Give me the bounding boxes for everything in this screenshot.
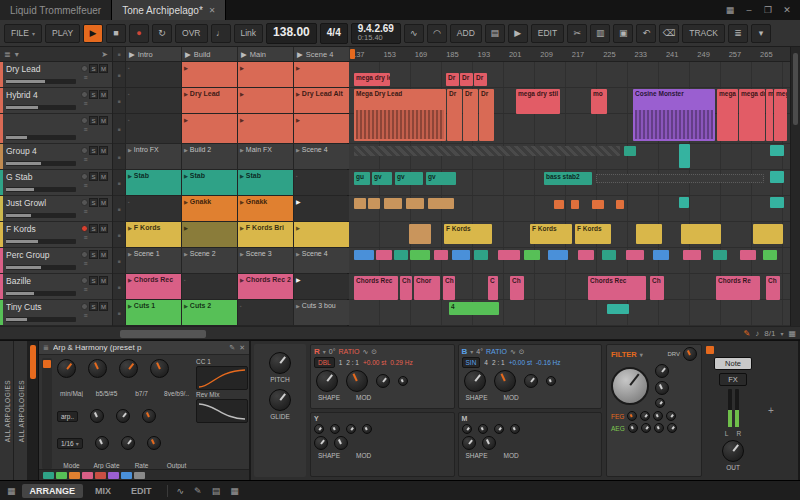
y-knob[interactable] [346,424,356,434]
record-button[interactable]: ● [129,24,149,43]
mute-button[interactable]: M [99,146,108,155]
arranger-clip[interactable]: Dr [474,73,487,86]
scene-button[interactable]: ▶Main [238,47,294,61]
track-menu-icon[interactable]: ≡ [81,312,90,319]
arranger-clip[interactable]: Cosine Monster [633,89,715,141]
solo-button[interactable]: S [89,64,98,73]
mute-button[interactable]: M [99,116,108,125]
solo-button[interactable]: S [89,116,98,125]
track-menu-icon[interactable]: ≡ [81,208,90,215]
clip-stop-button[interactable]: ■ [113,114,126,143]
arranger-clip[interactable] [410,250,430,260]
modulator-slot[interactable] [43,472,54,479]
arranger-clip[interactable]: mo [591,89,607,114]
clip-stop-button[interactable]: ■ [113,62,126,87]
osc-ratio-value[interactable]: 2 : 1 [492,359,505,366]
y-knob[interactable] [314,424,324,434]
aeg-knob[interactable] [667,423,677,433]
mixer-view-icon[interactable]: ▦ [228,486,241,496]
arranger-clip[interactable] [770,145,784,156]
grid-icon[interactable]: ▦ [788,329,796,338]
clip-slot[interactable]: ▶Scene 3 [238,248,294,273]
track-menu-icon[interactable]: ≡ [81,74,90,81]
arranger-clip[interactable] [368,198,380,209]
arranger-clip[interactable] [596,174,764,183]
arranger-clip[interactable] [578,250,594,260]
clip-slot[interactable]: ▶Chords Rec 2 [238,274,294,299]
close-device-icon[interactable]: ✕ [239,344,245,352]
arranger-clip[interactable]: Dr [460,73,473,86]
clip-slot[interactable]: ▶Stab [126,170,182,195]
loop-button[interactable]: ↻ [152,24,172,43]
modulator-slot[interactable] [95,472,106,479]
keytrack-knob[interactable] [655,398,665,408]
arranger-clip[interactable] [636,224,662,244]
arranger-clip[interactable]: Chords Rec [354,276,398,300]
delete-button[interactable]: ⌫ [659,24,679,43]
osc-name[interactable]: R [314,347,320,356]
track-row[interactable]: Tiny CutsSM≡ [0,300,112,326]
mix-view-button[interactable]: MIX [87,484,119,498]
filter-title[interactable]: FILTER [611,350,637,359]
m-mod-knob[interactable] [482,436,496,450]
arranger-clip[interactable]: Mega Dry Lead [354,89,446,141]
wave-icon[interactable]: ∿ [362,348,368,356]
arm-button[interactable] [81,91,88,98]
arranger-clip[interactable]: Dr [446,73,459,86]
solo-button[interactable]: S [89,250,98,259]
edit-device-icon[interactable]: ✎ [229,344,235,352]
arranger-clip[interactable]: Dr [463,89,478,141]
clip-slot[interactable]: ▶ [238,88,294,113]
track-menu-icon[interactable]: ≡ [81,260,90,267]
arranger-clip[interactable]: F Kords [575,224,611,244]
clip-slot[interactable]: ▪ [182,274,238,299]
stop-button[interactable]: ■ [106,24,126,43]
osc-ratio-value[interactable]: 2 : 1 [346,359,359,366]
track-list-button[interactable]: ≣ [728,24,748,43]
arranger-clip[interactable]: Ch [650,276,664,300]
arranger-clip[interactable]: 4 [449,302,499,315]
osc-aux-knob[interactable] [398,376,408,386]
clip-stop-button[interactable]: ■ [113,144,126,169]
arranger-clip[interactable] [616,200,624,209]
layers-icon[interactable]: ≣ [4,50,11,59]
expand-icon[interactable] [706,346,714,354]
cut-button[interactable]: ✂ [567,24,587,43]
aeg-knob[interactable] [641,423,651,433]
chevron-down-icon[interactable]: ▾ [470,348,473,355]
arranger-clip[interactable]: bass stab2 [544,172,592,185]
clip-slot[interactable]: ▶Dry Lead [182,88,238,113]
overdub-button[interactable]: OVR [175,24,207,43]
arm-button[interactable] [81,147,88,154]
arranger-clip[interactable] [571,200,579,209]
arranger-clip[interactable] [548,250,568,260]
gate-knob[interactable] [95,436,109,450]
clip-slot[interactable]: ▶Gnakk [238,196,294,221]
harmony-knob-1[interactable] [57,359,76,378]
clip-slot[interactable]: ▶Cuts 2 [182,300,238,325]
clip-stop-button[interactable]: ■ [113,88,126,113]
copy-button[interactable]: ▥ [590,24,610,43]
modulator-slot[interactable] [134,472,145,479]
pencil-icon[interactable]: ✎ [192,486,204,496]
edit-view-button[interactable]: EDIT [123,484,160,498]
osc-name[interactable]: B [462,347,468,356]
track-row[interactable]: Group 4SM≡ [0,144,112,170]
arranger-clip[interactable] [554,200,564,209]
glide-knob[interactable] [269,389,291,411]
arranger-clip[interactable] [376,250,392,260]
clip-slot[interactable]: ▪ [126,88,182,113]
arranger-clip[interactable] [434,250,448,260]
minimize-button[interactable]: – [741,3,757,17]
arranger-clip[interactable]: Ch [400,276,412,300]
arranger-clip[interactable]: mega [774,89,787,141]
shape-knob[interactable] [316,370,338,392]
track-row[interactable]: BazilleSM≡ [0,274,112,300]
out-knob[interactable] [722,440,744,462]
modulator-slot[interactable] [121,472,132,479]
track-row[interactable]: Hybrid 4SM≡ [0,88,112,114]
arranger-clip[interactable] [394,250,408,260]
harmony-knob-3[interactable] [119,359,138,378]
arranger-clip[interactable]: gv [426,172,456,185]
device-header[interactable]: ≣ Arp & Harmony (preset p ✎ ✕ [39,341,249,355]
